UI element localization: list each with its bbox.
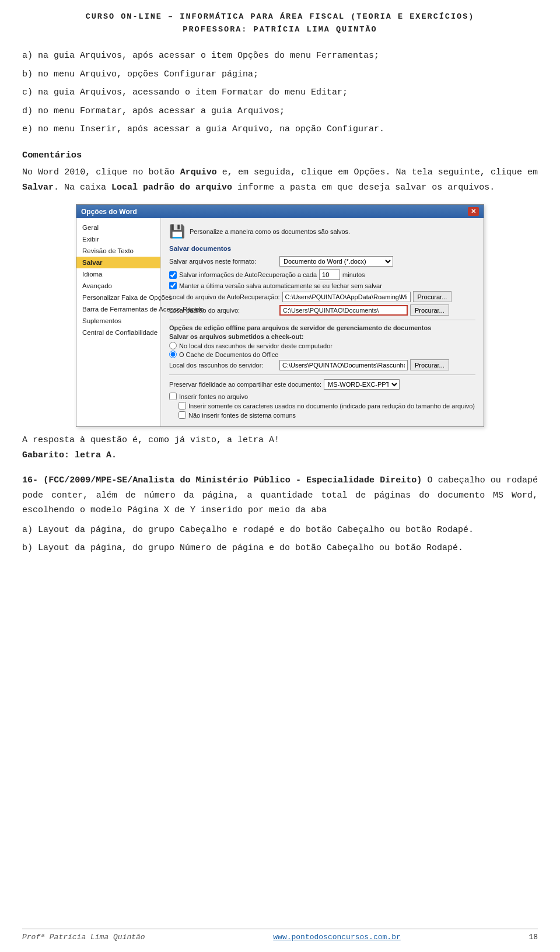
questao16-prefix: (FCC/2009/MPE-SE/Analista do Ministério …: [43, 475, 422, 485]
path1-input[interactable]: [282, 292, 411, 302]
questao16-number: 16-: [22, 475, 38, 485]
sidebar-item-salvar[interactable]: Salvar: [76, 257, 160, 268]
comentarios-bold2: Salvar: [22, 183, 54, 192]
intro-block: a) na guia Arquivos, após acessar o item…: [22, 48, 538, 137]
check1-checkbox[interactable]: [169, 282, 177, 289]
autorecup-unit: minutos: [342, 271, 365, 278]
check3-row: Inserir somente os caracteres usados no …: [178, 402, 475, 410]
word-options-dialog: Opções do Word ✕ Geral Exibir Revisão de…: [76, 204, 484, 427]
sidebar-item-central[interactable]: Central de Confiabilidade: [76, 327, 160, 338]
comentarios-text4: informe a pasta em que deseja salvar os …: [232, 183, 495, 192]
autorecup-checkbox[interactable]: [169, 271, 177, 279]
autorecup-value-input[interactable]: [319, 270, 340, 280]
doc-select[interactable]: MS-WORD-EXC-PPT-2010-Parte 2: [324, 379, 400, 390]
check4-checkbox[interactable]: [178, 411, 186, 419]
dialog-close-button[interactable]: ✕: [468, 207, 479, 216]
comentarios-text2: e, em seguida, clique em Opções. Na tela…: [217, 167, 538, 177]
page-header: CURSO ON-LINE – INFORMÁTICA PARA ÁREA FI…: [22, 10, 538, 36]
comentarios-text1: No Word 2010, clique no botão: [22, 167, 180, 177]
path3-label: Local dos rascunhos do servidor:: [169, 362, 277, 369]
intro-item-b: b) no menu Arquivo, opções Configurar pá…: [22, 67, 538, 82]
gabarito-text: Gabarito: letra A.: [22, 448, 538, 463]
comentarios-block: Comentários No Word 2010, clique no botã…: [22, 148, 538, 195]
check2-label: Inserir fontes no arquivo: [179, 393, 248, 400]
dialog-main-content: 💾 Personalize a maneira como os document…: [161, 218, 484, 426]
radio2-label: O Cache de Documentos do Office: [179, 351, 278, 358]
path1-row: Local do arquivo de AutoRecuperação: Pro…: [169, 291, 475, 302]
procurar1-button[interactable]: Procurar...: [413, 291, 452, 302]
questao16-item-b: b) Layout da página, do grupo Número de …: [22, 541, 538, 556]
format-row: Salvar arquivos neste formato: Documento…: [169, 256, 475, 267]
path1-label: Local do arquivo de AutoRecuperação:: [169, 293, 280, 300]
section4-row: Preservar fidelidade ao compartilhar est…: [169, 379, 475, 390]
intro-item-c: c) na guia Arquivos, acessando o item Fo…: [22, 85, 538, 100]
check1-row: Manter a última versão salva automaticam…: [169, 282, 475, 289]
sidebar-item-barra[interactable]: Barra de Ferramentas de Acesso Rápido: [76, 303, 160, 315]
questao16-text: 16- (FCC/2009/MPE-SE/Analista do Ministé…: [22, 473, 538, 518]
sidebar-item-revisao[interactable]: Revisão de Texto: [76, 245, 160, 257]
path3-input[interactable]: [279, 360, 408, 370]
header-title2: PROFESSORA: PATRÍCIA LIMA QUINTÃO: [22, 23, 538, 36]
intro-item-a: a) na guia Arquivos, após acessar o item…: [22, 48, 538, 64]
questao16-block: 16- (FCC/2009/MPE-SE/Analista do Ministé…: [22, 473, 538, 556]
autorecup-label: Salvar informações de AutoRecuperação a …: [179, 271, 317, 278]
dialog-titlebar: Opções do Word ✕: [76, 205, 484, 218]
radio1-input[interactable]: [169, 342, 177, 349]
footer-website: www.pontodosconcursos.com.br: [273, 933, 400, 942]
sidebar-item-exibir[interactable]: Exibir: [76, 233, 160, 245]
sidebar-item-geral[interactable]: Geral: [76, 222, 160, 233]
intro-item-d: d) no menu Formatar, após acessar a guia…: [22, 104, 538, 119]
radio2-input[interactable]: [169, 351, 177, 358]
check1-label: Manter a última versão salva automaticam…: [179, 282, 382, 289]
dialog-title: Opções do Word: [81, 208, 137, 216]
comentarios-bold3: Local padrão do arquivo: [111, 183, 232, 192]
radio2-row: O Cache de Documentos do Office: [169, 351, 475, 358]
footer-author: Profª Patrícia Lima Quintão: [22, 933, 145, 942]
check4-row: Não inserir fontes de sistema comuns: [178, 411, 475, 419]
format-label: Salvar arquivos neste formato:: [169, 258, 277, 265]
comentarios-bold1: Arquivo: [180, 167, 217, 177]
header-title1: CURSO ON-LINE – INFORMÁTICA PARA ÁREA FI…: [22, 10, 538, 23]
section3-title: Salvar os arquivos submetidos a check-ou…: [169, 333, 475, 340]
resposta-block: A resposta à questão é, como já visto, a…: [22, 433, 538, 463]
path2-row: Local padrão do arquivo: Procurar...: [169, 304, 475, 316]
comentarios-text3: . Na caixa: [54, 183, 111, 192]
comentarios-text: No Word 2010, clique no botão Arquivo e,…: [22, 165, 538, 195]
resposta-text: A resposta à questão é, como já visto, a…: [22, 433, 538, 448]
check2-row: Inserir fontes no arquivo: [169, 393, 475, 400]
check4-label: Não inserir fontes de sistema comuns: [188, 412, 296, 419]
sidebar-item-idioma[interactable]: Idioma: [76, 268, 160, 280]
check3-checkbox[interactable]: [178, 402, 186, 410]
radio1-label: No local dos rascunhos de servidor deste…: [179, 342, 332, 349]
sidebar-item-avancado[interactable]: Avançado: [76, 280, 160, 292]
comentarios-title: Comentários: [22, 148, 538, 163]
intro-item-e: e) no menu Inserir, após acessar a guia …: [22, 122, 538, 137]
path3-row: Local dos rascunhos do servidor: Procura…: [169, 359, 475, 370]
section1-title: Salvar documentos: [169, 245, 475, 252]
autorecup-row: Salvar informações de AutoRecuperação a …: [169, 270, 475, 280]
page: CURSO ON-LINE – INFORMÁTICA PARA ÁREA FI…: [0, 0, 560, 952]
procurar2-button[interactable]: Procurar...: [410, 304, 449, 316]
path2-label: Local padrão do arquivo:: [169, 307, 277, 314]
dialog-body: Geral Exibir Revisão de Texto Salvar Idi…: [76, 218, 484, 426]
check3-label: Inserir somente os caracteres usados no …: [188, 402, 475, 410]
save-icon: 💾: [169, 224, 185, 239]
sidebar-item-personalizar[interactable]: Personalizar Faixa de Opções: [76, 292, 160, 303]
section4-title: Preservar fidelidade ao compartilhar est…: [169, 381, 321, 388]
radio1-row: No local dos rascunhos de servidor deste…: [169, 342, 475, 349]
dialog-sidebar: Geral Exibir Revisão de Texto Salvar Idi…: [76, 218, 161, 426]
sidebar-item-suplementos[interactable]: Suplementos: [76, 315, 160, 327]
footer-page-number: 18: [528, 933, 538, 942]
check2-checkbox[interactable]: [169, 393, 177, 400]
dialog-top-text: Personalize a maneira como os documentos…: [190, 228, 350, 235]
page-footer: Profª Patrícia Lima Quintão www.pontodos…: [22, 929, 538, 942]
section2-title: Opções de edição offline para arquivos d…: [169, 324, 475, 331]
format-select[interactable]: Documento do Word (*.docx): [279, 256, 393, 267]
path2-input[interactable]: [279, 305, 408, 316]
questao16-item-a: a) Layout da página, do grupo Cabeçalho …: [22, 523, 538, 538]
procurar3-button[interactable]: Procurar...: [410, 359, 449, 370]
